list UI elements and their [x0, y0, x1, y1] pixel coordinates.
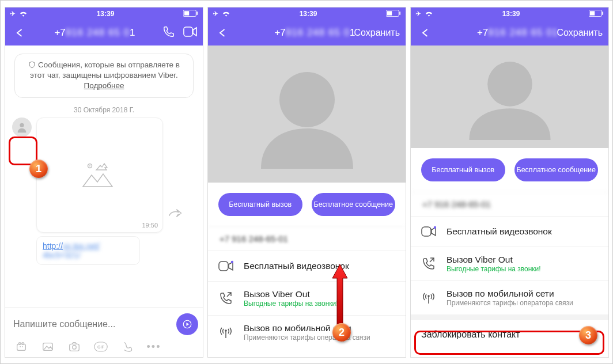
more-icon[interactable]: •••	[147, 340, 161, 354]
call-icon[interactable]	[162, 25, 175, 40]
wifi-icon	[222, 10, 230, 18]
svg-point-4	[20, 123, 24, 127]
option-block-contact[interactable]: Заблокировать контакт	[411, 314, 608, 349]
phone-number: +7 916 248-65-01	[208, 226, 406, 251]
doodle-icon[interactable]	[120, 340, 134, 354]
battery-icon	[183, 10, 198, 18]
avatar-placeholder-icon	[255, 59, 359, 169]
airplane-icon: ✈︎	[213, 10, 218, 18]
image-message[interactable]: 19:50	[36, 117, 163, 233]
option-video-call[interactable]: Бесплатный видеозвонок	[411, 216, 608, 247]
svg-point-31	[427, 295, 430, 297]
contact-header: +7916 248 65 01 Сохранить	[208, 20, 406, 46]
back-button[interactable]	[11, 25, 27, 41]
save-button[interactable]: Сохранить	[354, 28, 400, 38]
option-video-call[interactable]: Бесплатный видеозвонок	[208, 251, 406, 281]
svg-point-21	[279, 72, 335, 127]
video-icon	[421, 224, 436, 239]
antenna-icon	[421, 290, 436, 305]
camera-icon[interactable]	[67, 340, 81, 354]
option-viber-out[interactable]: Вызов Viber OutВыгодные тарифы на звонки…	[208, 281, 406, 315]
phone-out-icon	[421, 256, 436, 271]
video-icon[interactable]	[183, 25, 197, 40]
svg-point-11	[20, 346, 21, 347]
free-call-button[interactable]: Бесплатный вызов	[421, 158, 505, 181]
chat-header: +7916 248 65 01	[5, 20, 203, 46]
airplane-icon: ✈︎	[415, 10, 421, 18]
composer: GIF •••	[5, 307, 203, 357]
gallery-icon[interactable]	[41, 340, 55, 354]
message-input[interactable]	[13, 319, 172, 329]
svg-point-28	[487, 62, 532, 107]
profile-photo[interactable]	[208, 46, 406, 183]
option-viber-out[interactable]: Вызов Viber OutВыгодные тарифы на звонки…	[411, 247, 608, 280]
chat-title[interactable]: +7916 248 65 01	[27, 27, 162, 39]
svg-point-10	[22, 343, 24, 345]
svg-point-9	[18, 343, 21, 345]
svg-point-6	[89, 165, 90, 166]
svg-rect-1	[184, 11, 189, 15]
status-time: 13:39	[300, 10, 317, 18]
svg-rect-2	[196, 12, 198, 15]
phone-screen-chat: ✈︎ 13:39 +7916 248 65 01	[5, 7, 203, 358]
status-time: 13:39	[97, 10, 115, 18]
phone-number: +7 916 248-65-01	[411, 192, 608, 216]
status-bar: ✈︎ 13:39	[411, 7, 608, 20]
profile-photo[interactable]	[411, 46, 608, 148]
status-time: 13:39	[502, 10, 520, 18]
free-message-button[interactable]: Бесплатное сообщение	[514, 158, 599, 181]
battery-icon	[589, 10, 604, 18]
send-button[interactable]	[176, 313, 198, 335]
option-mobile-call[interactable]: Вызов по мобильной сетиПрименяются тариф…	[411, 280, 608, 314]
phone-out-icon	[218, 291, 233, 306]
encryption-notice: Сообщения, которые вы отправляете в этот…	[14, 54, 194, 98]
phone-screen-contact-1: ✈︎ 13:39 +7916 248 65 01 Сохранить Беспл…	[207, 7, 406, 358]
svg-rect-27	[602, 12, 603, 15]
image-placeholder-icon	[80, 159, 120, 191]
svg-rect-8	[17, 344, 26, 350]
message-time: 19:50	[142, 222, 158, 229]
link-message[interactable]: http://xx.tpx.net/ 4bc5=321/	[36, 236, 140, 265]
date-separator: 30 Октября 2018 Г.	[5, 106, 203, 114]
phone-screen-contact-2: ✈︎ 13:39 +7916 248 65 01 Сохранить Беспл…	[410, 7, 609, 358]
free-call-button[interactable]: Бесплатный вызов	[218, 193, 302, 216]
battery-icon	[386, 10, 401, 18]
back-button[interactable]	[214, 25, 230, 41]
svg-rect-3	[184, 27, 192, 36]
svg-rect-26	[590, 11, 595, 15]
status-bar: ✈︎ 13:39	[208, 7, 406, 20]
learn-more-link[interactable]: Подробнее	[84, 81, 124, 90]
antenna-icon	[218, 325, 233, 340]
airplane-icon: ✈︎	[10, 10, 16, 18]
forward-icon[interactable]	[168, 208, 182, 221]
svg-rect-19	[387, 11, 392, 15]
back-button[interactable]	[417, 25, 433, 41]
svg-point-24	[225, 329, 227, 332]
wifi-icon	[425, 10, 433, 18]
contact-header: +7916 248 65 01 Сохранить	[411, 20, 608, 46]
shield-icon	[28, 61, 36, 69]
svg-rect-29	[422, 227, 431, 236]
svg-rect-22	[219, 261, 228, 271]
svg-point-15	[73, 346, 76, 349]
video-icon	[218, 259, 233, 274]
status-bar: ✈︎ 13:39	[5, 7, 203, 20]
svg-text:GIF: GIF	[97, 344, 105, 350]
sender-avatar[interactable]	[12, 117, 32, 137]
free-message-button[interactable]: Бесплатное сообщение	[312, 193, 396, 216]
sticker-icon[interactable]	[14, 340, 28, 354]
svg-rect-20	[399, 12, 400, 15]
gif-icon[interactable]: GIF	[94, 340, 108, 354]
option-mobile-call[interactable]: Вызов по мобильной сетиПрименяются тариф…	[208, 315, 406, 349]
svg-point-12	[22, 346, 23, 347]
wifi-icon	[19, 10, 28, 18]
avatar-placeholder-icon	[464, 54, 556, 140]
save-button[interactable]: Сохранить	[557, 28, 603, 38]
